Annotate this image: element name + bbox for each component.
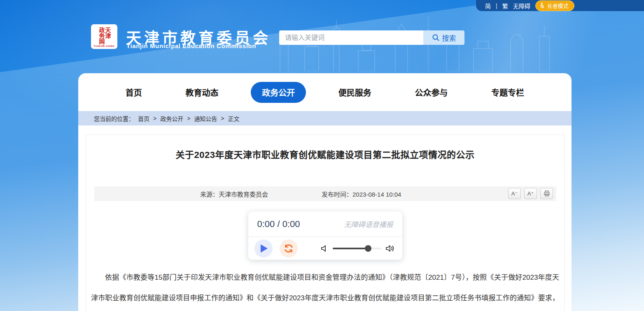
source-value: 天津市教育委员会 [219,191,268,198]
play-button[interactable] [254,239,273,258]
player-controls-row [248,237,402,260]
accessibility-audio-player: 0:00 / 0:00 无障碍语音播报 [248,211,403,260]
article-body: 依据《市教委等15部门关于印发天津市职业教育创优赋能建设项目和资金管理办法的通知… [91,267,559,311]
article-card: 关于2023年度天津市职业教育创优赋能建设项目第二批拟立项情况的公示 来源：天津… [86,135,565,311]
replay-button[interactable] [280,239,298,258]
search-input[interactable] [279,30,423,45]
article-source: 来源：天津市教育委员会 [200,190,268,198]
lang-traditional[interactable]: 繁 [502,2,508,10]
volume-knob[interactable] [365,245,371,252]
breadcrumb-separator: > [187,115,190,122]
article-title: 关于2023年度天津市职业教育创优赋能建设项目第二批拟立项情况的公示 [86,147,564,160]
volume-slider[interactable] [333,245,381,252]
nav-item-public-participation[interactable]: 公众参与 [404,82,459,103]
breadcrumb-current: 正文 [228,114,240,123]
main-nav: 首页 教育动态 政务公开 便民服务 公众参与 专题专栏 [78,73,572,111]
printer-icon [544,190,550,197]
search-button[interactable]: 搜索 [423,30,464,45]
breadcrumb-prefix: 您当前的位置： [94,114,134,123]
breadcrumb: 您当前的位置： 首页 > 政务公开 > 通知公告 > 正文 [78,111,572,125]
nav-item-special-topics[interactable]: 专题专栏 [480,82,535,103]
play-icon [261,244,268,253]
article-meta-bar: 来源：天津市教育委员会 发布时间：2023-08-14 10:04 A⁻ A⁺ [94,186,556,201]
volume-group [320,244,396,253]
logo-caption: TIANJIN·CHINA [94,45,115,47]
volume-fill [333,248,368,249]
breadcrumb-separator: > [153,115,156,122]
date-value: 2023-08-14 10:04 [352,191,401,198]
breadcrumb-separator: > [221,115,224,122]
breadcrumb-notices[interactable]: 通知公告 [194,114,217,123]
nav-item-education-news[interactable]: 教育动态 [174,82,229,103]
site-subtitle: Tianjin Municipal Education Commission [126,42,256,49]
search-bar: 搜索 [279,30,464,45]
search-icon [432,34,440,42]
date-label: 发布时间： [322,191,352,198]
article-publish-time: 发布时间：2023-08-14 10:04 [322,190,401,198]
page: 简 | 繁 无障碍 长者模式 天津 政务网 TIANJIN·CHINA 天津市教… [0,0,644,311]
nav-item-public-services[interactable]: 便民服务 [327,82,383,103]
breadcrumb-gov-disclosure[interactable]: 政务公开 [160,114,183,123]
accessibility-link[interactable]: 无障碍 [513,2,530,10]
player-time: 0:00 / 0:00 [257,219,300,230]
lang-divider: | [496,2,497,9]
seal-characters: 天津 政务网 [98,27,110,44]
replay-icon [283,243,294,254]
source-label: 来源： [200,191,219,198]
volume-icon[interactable] [385,244,394,253]
player-info-row: 0:00 / 0:00 无障碍语音播报 [248,211,402,237]
mute-icon[interactable] [320,244,329,253]
article-tools: A⁻ A⁺ [508,188,553,199]
breadcrumb-home[interactable]: 首页 [138,114,149,123]
site-logo[interactable]: 天津 政务网 TIANJIN·CHINA [91,24,117,49]
search-button-label: 搜索 [442,32,456,43]
player-caption: 无障碍语音播报 [344,219,393,229]
main-content: 关于2023年度天津市职业教育创优赋能建设项目第二批拟立项情况的公示 来源：天津… [78,125,572,311]
elder-mode-button[interactable]: 长者模式 [535,0,574,11]
utility-bar: 简 | 繁 无障碍 长者模式 [476,0,644,11]
nav-item-gov-disclosure[interactable]: 政务公开 [251,82,306,103]
font-decrease-button[interactable]: A⁻ [508,188,521,199]
print-button[interactable] [540,188,553,199]
elder-mode-label: 长者模式 [547,2,569,9]
nav-item-home[interactable]: 首页 [114,82,153,103]
elder-person-icon [539,2,545,8]
font-increase-button[interactable]: A⁺ [524,188,537,199]
lang-simplified[interactable]: 简 [485,2,491,10]
